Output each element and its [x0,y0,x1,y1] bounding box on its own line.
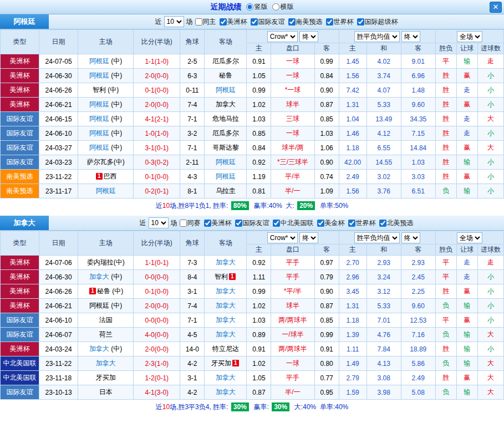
handicap-odds-away: 0.85 [314,313,339,328]
team-name[interactable]: 阿根廷 [96,187,116,195]
checkbox-label: 南美预选 [296,17,323,27]
team-name[interactable]: 加拿大 [216,302,236,309]
match-date: 24-07-06 [39,256,78,270]
horizontal-radio[interactable] [272,3,279,11]
subcol-avg-win: 主 [339,244,366,256]
final-avg-select[interactable]: 终 [401,232,420,243]
team-name[interactable]: 阿根廷 [216,172,236,180]
filter-checkbox[interactable]: 世界杯 [348,218,376,228]
result-goals: 小 [477,313,503,328]
checkbox-input[interactable] [326,18,333,26]
fulltime-select[interactable]: 全场 [457,232,482,243]
near-label: 近 [140,218,146,228]
filter-checkbox[interactable]: 南美预选 [288,17,323,27]
games-count-select[interactable]: 10 [164,16,184,27]
odds-company-select[interactable]: Crow* [267,31,298,42]
checkbox-input[interactable] [251,18,258,26]
team-name[interactable]: 加拿大 [216,330,236,338]
close-icon[interactable]: ✕ [490,2,502,13]
odds-company-select[interactable]: Crow* [267,232,298,243]
score: 0-1(0-0) [134,170,180,184]
checkbox-input[interactable] [235,220,242,227]
match-row: 国际友谊24-03-23萨尔瓦多(中)0-3(0-2)2-11阿根廷0.92*三… [1,155,504,170]
team-name[interactable]: 阿根廷 [89,115,109,123]
checkbox-input[interactable] [317,220,324,227]
footer-text: 赢率: [250,402,271,412]
team-name[interactable]: 阿根廷 [216,158,236,166]
away-team-cell: 阿根廷 [205,83,247,98]
team-name[interactable]: 加拿大 [89,273,109,281]
handicap-line: 一/球半 [271,328,314,342]
avg-win-odds: 3.45 [339,284,366,299]
team-name[interactable]: 加拿大 [216,388,236,396]
vertical-radio[interactable] [246,3,253,11]
checkbox-input[interactable] [379,220,386,227]
handicap-odds-home: 0.81 [247,184,271,198]
filter-checkbox[interactable]: 世界杯 [326,17,354,27]
filter-checkbox[interactable]: 国际友谊 [251,17,285,27]
filter-bar: 阿根廷 近 10 场 同主美洲杯国际友谊南美预选世界杯国际超级杯 [0,14,504,29]
venue-suffix: (中) [109,129,122,137]
team-name[interactable]: 加拿大 [216,258,236,266]
result-wdl: 平 [435,54,456,69]
team-name[interactable]: 阿根廷 [89,100,109,108]
result-goals: 走 [477,54,503,69]
games-count-select[interactable]: 10 [149,217,169,228]
handicap-line: 球半 [271,98,314,112]
checkbox-label: 美洲杯 [212,218,232,228]
team-name: 智利 [93,86,106,94]
fulltime-select[interactable]: 全场 [457,31,482,42]
team-name[interactable]: 加拿大 [89,345,109,353]
corner-score: 8-1 [180,184,205,198]
handicap-odds-away: 1.03 [314,126,339,141]
filter-checkbox[interactable]: 中北美国联 [273,218,314,228]
filter-checkbox[interactable]: 美洲杯 [204,218,232,228]
footer-text: 大:40% 单率:40% [291,402,348,412]
handicap-odds-away: 0.87 [314,98,339,112]
filter-checkbox[interactable]: 北美预选 [379,218,414,228]
footer-text: 单率:50% [316,201,348,211]
checkbox-input[interactable] [348,220,355,227]
footer-text: 10 [162,202,170,210]
final-odds-select[interactable]: 终 [299,31,318,42]
filter-checkbox[interactable]: 同赛 [180,218,201,228]
layout-vertical-option[interactable]: 竖版 [246,2,268,12]
avg-win-odds: 2.70 [339,256,366,270]
handicap-odds-home: 0.92 [247,155,271,170]
final-odds-select[interactable]: 终 [299,232,318,243]
team-name[interactable]: 阿根廷 [89,144,109,151]
checkbox-input[interactable] [357,18,364,26]
layout-horizontal-option[interactable]: 横版 [272,2,294,12]
avg-type-select[interactable]: 胜平负均值 [354,31,400,42]
venue-suffix: (中) [109,345,122,353]
final-avg-select[interactable]: 终 [401,31,420,42]
team-name[interactable]: 阿根廷 [216,86,236,94]
score: 0-0(0-0) [134,313,180,328]
team-name[interactable]: 加拿大 [96,359,116,367]
checkbox-input[interactable] [220,18,227,26]
checkbox-input[interactable] [195,18,202,26]
filter-checkbox[interactable]: 同主 [195,17,216,27]
team-name[interactable]: 阿根廷 [89,72,109,79]
team-name[interactable]: 加拿大 [216,374,236,381]
checkbox-input[interactable] [288,18,296,26]
filter-checkbox[interactable]: 国际超级杯 [357,17,398,27]
venue-suffix: (中) [109,72,122,79]
subcol-handicap-result: 让球 [456,43,477,54]
avg-win-odds: 1.49 [339,356,366,371]
team-name: 日本 [99,388,113,396]
filter-checkbox[interactable]: 美洲杯 [220,17,247,27]
checkbox-input[interactable] [180,220,187,227]
team-name[interactable]: 阿根廷 [89,57,109,65]
checkbox-input[interactable] [273,220,280,227]
handicap-line: 平手 [271,270,314,284]
score: 2-0(0-0) [134,98,180,112]
team-name[interactable]: 加拿大 [216,316,236,324]
filter-checkbox[interactable]: 美金杯 [317,218,345,228]
handicap-line: 半/一 [271,184,314,198]
team-name[interactable]: 加拿大 [216,287,236,295]
checkbox-input[interactable] [204,220,211,227]
avg-type-select[interactable]: 胜平负均值 [354,232,400,243]
filter-checkbox[interactable]: 国际友谊 [235,218,269,228]
team-name[interactable]: 阿根廷 [89,129,109,137]
